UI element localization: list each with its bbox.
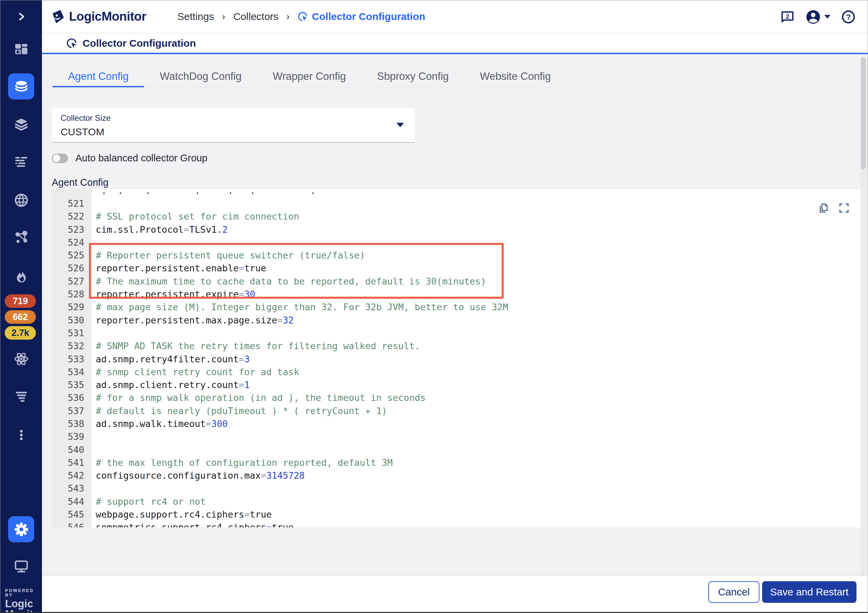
- code-line: 536# for a snmp walk operation (in ad ),…: [52, 391, 861, 404]
- editor-section-label: Agent Config: [52, 177, 108, 188]
- avatar-icon: [805, 9, 821, 25]
- sidebar-item-reports[interactable]: [0, 390, 42, 404]
- dashboards-icon: [14, 42, 29, 56]
- line-number: 528: [52, 289, 91, 300]
- sidebar-item-mapping[interactable]: [0, 230, 42, 245]
- code-text: # support rc4 or not: [91, 496, 206, 507]
- sidebar-expand-button[interactable]: [0, 10, 42, 23]
- code-text: # Reporter persistent queue switcher (tr…: [91, 250, 365, 261]
- collector-size-dropdown[interactable]: Collector Size CUSTOM: [52, 108, 415, 143]
- critical-alerts-badge[interactable]: 719: [5, 294, 36, 308]
- action-footer: Cancel Save and Restart: [42, 576, 868, 613]
- code-text: cim.ssl.Protocol=TLSv1.2: [91, 224, 228, 235]
- code-text: snmpmetrics.support.rc4.ciphers=true: [91, 522, 294, 528]
- code-line: 545webpage.support.rc4.ciphers=true: [52, 508, 861, 521]
- line-number: 529: [52, 302, 91, 312]
- line-number: 543: [52, 483, 91, 494]
- sidebar-item-modules[interactable]: [0, 117, 42, 132]
- save-and-restart-button[interactable]: Save and Restart: [762, 581, 857, 603]
- breadcrumb-item[interactable]: Settings: [177, 11, 214, 22]
- more-dots-icon: [14, 428, 28, 442]
- breadcrumb-label: Collectors: [233, 11, 278, 22]
- notifications-button[interactable]: 2: [780, 10, 795, 24]
- line-number: 537: [52, 406, 91, 416]
- scrollbar-thumb[interactable]: [861, 57, 866, 169]
- logs-icon: [14, 155, 29, 169]
- code-line: 527# The maximum time to cache data to b…: [52, 275, 861, 287]
- fullscreen-icon: [839, 203, 849, 213]
- code-text: reporter.persistent.expire=30: [91, 289, 255, 300]
- code-text: . . . . . . .: [91, 189, 316, 196]
- line-number: 521: [52, 198, 91, 209]
- tab-wrapper-config[interactable]: Wrapper Config: [257, 67, 362, 88]
- dropdown-caret-icon: [397, 123, 404, 127]
- chevron-right-icon: [16, 11, 26, 22]
- powered-by-text: POWERED BY: [5, 588, 43, 597]
- code-text: # snmp client retry count for ad task: [91, 367, 299, 377]
- tab-watchdog-config[interactable]: WatchDog Config: [144, 67, 257, 88]
- line-number: 539: [52, 431, 91, 442]
- line-number: 544: [52, 496, 91, 507]
- sidebar-item-alerts[interactable]: [0, 269, 42, 284]
- breadcrumb-item[interactable]: Collectors: [233, 11, 278, 22]
- chat-badge-icon: 2: [780, 10, 795, 24]
- breadcrumb: Settings›Collectors›Collector Configurat…: [177, 11, 425, 22]
- copy-icon: [818, 203, 829, 213]
- subheader: Collector Configuration: [42, 34, 868, 54]
- sidebar: 719 662 2.7k: [0, 0, 42, 613]
- sidebar-item-console[interactable]: [0, 559, 42, 574]
- page-scrollbar[interactable]: [860, 56, 866, 576]
- collector-icon: [298, 11, 308, 22]
- tabs-divider: [42, 87, 868, 88]
- copy-button[interactable]: [818, 203, 829, 215]
- logicmonitor-logo[interactable]: LogicMonitor: [50, 9, 146, 24]
- brand-name: LogicMonitor: [69, 9, 146, 24]
- help-icon: ?: [841, 10, 856, 24]
- code-text: configsource.configuration.max=3145728: [91, 470, 305, 481]
- code-text: ad.snmp.client.retry.count=1: [91, 380, 250, 390]
- line-number: 545: [52, 509, 91, 520]
- code-line: 535ad.snmp.client.retry.count=1: [52, 378, 861, 391]
- line-number: 533: [52, 354, 91, 364]
- sidebar-item-logs[interactable]: [0, 155, 42, 169]
- code-text: reporter.persistent.enable=true: [91, 263, 266, 273]
- line-number: 522: [52, 211, 91, 222]
- tab-agent-config[interactable]: Agent Config: [53, 67, 144, 88]
- line-number: 542: [52, 470, 91, 481]
- code-line: 523cim.ssl.Protocol=TLSv1.2: [52, 223, 861, 236]
- top-header: LogicMonitor Settings›Collectors›Collect…: [42, 0, 868, 33]
- breadcrumb-label: Settings: [177, 11, 214, 22]
- fullscreen-button[interactable]: [839, 203, 849, 215]
- cancel-button[interactable]: Cancel: [708, 581, 760, 603]
- sidebar-item-settings[interactable]: [8, 516, 34, 542]
- code-line: 538ad.snmp.walk.timeout=300: [52, 417, 861, 430]
- tab-website-config[interactable]: Website Config: [465, 67, 567, 88]
- user-menu-button[interactable]: [805, 9, 831, 25]
- chevron-down-icon: [825, 15, 831, 19]
- code-line: 521: [52, 197, 861, 210]
- collector-size-value: CUSTOM: [60, 126, 104, 138]
- help-button[interactable]: ?: [841, 10, 856, 24]
- sidebar-item-websites[interactable]: [0, 193, 42, 208]
- resources-database-icon: [14, 79, 29, 95]
- auto-balance-toggle[interactable]: [52, 154, 68, 163]
- config-tabs: Agent ConfigWatchDog ConfigWrapper Confi…: [53, 67, 566, 88]
- line-number: 525: [52, 250, 91, 261]
- tab-sbproxy-config[interactable]: Sbproxy Config: [362, 67, 465, 88]
- code-text: reporter.persistent.max.page.size=32: [91, 315, 294, 326]
- sidebar-item-dashboards[interactable]: [0, 42, 42, 56]
- sidebar-item-resources[interactable]: [8, 73, 34, 99]
- code-line: 531: [52, 326, 861, 339]
- line-number: 541: [52, 457, 91, 468]
- warning-alerts-badge[interactable]: 2.7k: [5, 326, 36, 340]
- sidebar-item-more[interactable]: [0, 428, 42, 442]
- powered-by-logo: POWERED BY Logic Monitor: [5, 588, 43, 613]
- agent-config-editor[interactable]: . . . . . . .521522# SSL protocol set fo…: [52, 189, 861, 528]
- code-text: # the max length of configuration report…: [91, 457, 393, 468]
- sidebar-item-exchange[interactable]: [0, 351, 42, 367]
- code-line: 534# snmp client retry count for ad task: [52, 365, 861, 378]
- breadcrumb-item[interactable]: Collector Configuration: [298, 11, 425, 22]
- code-line: 541# the max length of configuration rep…: [52, 456, 861, 469]
- settings-gear-icon: [14, 521, 29, 537]
- error-alerts-badge[interactable]: 662: [5, 310, 36, 324]
